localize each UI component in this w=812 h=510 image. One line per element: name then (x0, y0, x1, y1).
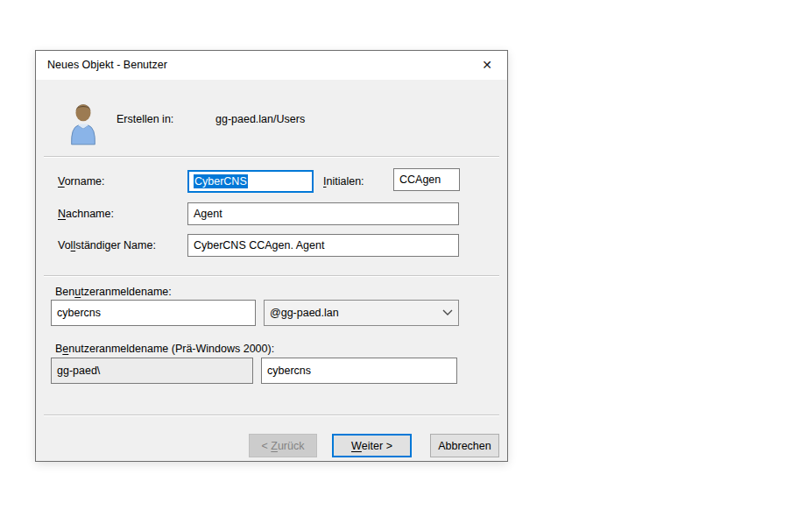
header-separator (44, 156, 499, 158)
back-button[interactable]: < Zurück (249, 434, 317, 457)
new-object-user-dialog: Neues Objekt - Benutzer ✕ Erstellen in: … (35, 50, 508, 462)
section-separator (44, 275, 499, 277)
dialog-titlebar[interactable]: Neues Objekt - Benutzer ✕ (36, 51, 507, 80)
vorname-selected-text: CyberCNS (194, 174, 248, 188)
create-in-label: Erstellen in: (117, 112, 173, 126)
upn-suffix-dropdown[interactable]: @gg-paed.lan (264, 300, 459, 326)
cancel-button[interactable]: Abbrechen (430, 434, 499, 457)
user-icon (67, 102, 100, 147)
close-icon[interactable]: ✕ (467, 51, 507, 79)
pre2000-user-input[interactable]: cybercns (261, 358, 457, 384)
chevron-down-icon (442, 309, 453, 316)
nachname-label: Nachname: (58, 202, 114, 225)
vorname-input[interactable]: CyberCNS (187, 170, 314, 193)
footer-separator (44, 414, 499, 416)
initialen-label: Initialen: (323, 170, 364, 193)
upn-suffix-value: @gg-paed.lan (270, 307, 339, 319)
dialog-title: Neues Objekt - Benutzer (47, 51, 167, 80)
vollname-input[interactable]: CyberCNS CCAgen. Agent (187, 234, 459, 257)
create-in-value: gg-paed.lan/Users (215, 112, 305, 126)
next-button[interactable]: Weiter > (332, 434, 412, 457)
pre2000-label: Benutzeranmeldename (Prä-Windows 2000): (55, 343, 274, 355)
initialen-input[interactable]: CCAgen (393, 168, 460, 191)
vorname-label: Vorname: (58, 170, 105, 193)
nachname-input[interactable]: Agent (187, 202, 459, 225)
vollname-label: Vollständiger Name: (58, 234, 156, 257)
upn-input[interactable]: cybercns (51, 300, 256, 326)
pre2000-domain-input[interactable]: gg-paed\ (51, 358, 253, 384)
upn-label: Benutzeranmeldename: (55, 286, 172, 298)
